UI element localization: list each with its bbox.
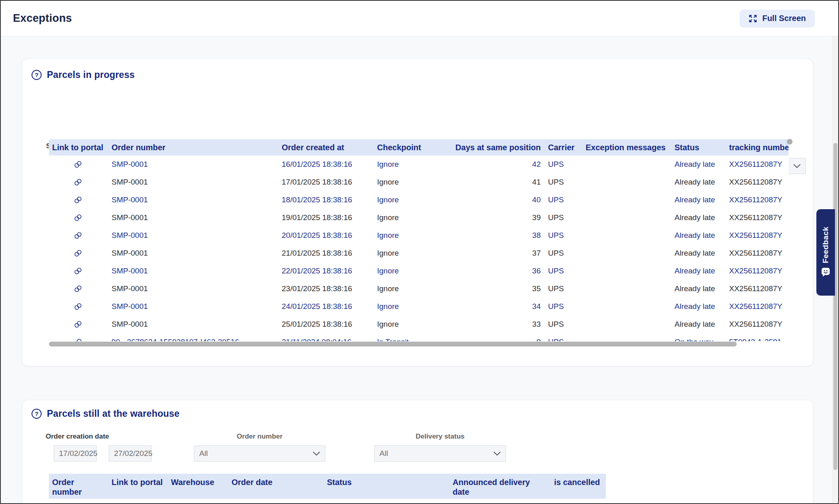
vertical-scrollbar-thumb[interactable] — [787, 139, 793, 145]
col-is-cancelled: is cancelled — [551, 474, 606, 499]
table-row[interactable]: SMP-0001 18/01/2025 18:38:16 Ignore 40 U… — [49, 191, 788, 209]
order-created-at-cell: 23/01/2025 18:38:16 — [278, 280, 374, 298]
order-created-at-cell: 21/01/2025 18:38:16 — [278, 244, 374, 262]
chevron-down-icon — [493, 449, 501, 458]
checkpoint-cell: Ignore — [374, 209, 453, 227]
tracking-number-cell: XX256112087Y — [726, 280, 788, 298]
parcels-table-header: Link to portal Order number Order create… — [49, 139, 788, 155]
table-row[interactable]: 90 - 3678634-155938107-I463-30516 21/11/… — [49, 333, 788, 341]
days-at-same-position-cell: 36 — [453, 262, 543, 280]
link-icon[interactable] — [73, 302, 83, 311]
tracking-number-cell: XX256112087Y — [726, 262, 788, 280]
feedback-smiley-icon — [821, 267, 831, 278]
table-row[interactable]: SMP-0001 20/01/2025 18:38:16 Ignore 38 U… — [49, 227, 788, 244]
status-cell: Already late — [671, 155, 726, 173]
horizontal-scrollbar-thumb[interactable] — [49, 342, 737, 346]
status-cell: Already late — [671, 262, 726, 280]
col-order-number: Order number — [49, 474, 108, 499]
order-number-cell: SMP-0001 — [107, 280, 278, 298]
order-number-cell: SMP-0001 — [107, 209, 278, 227]
table-row[interactable]: SMP-0001 21/01/2025 18:38:16 Ignore 37 U… — [49, 244, 788, 262]
table-row[interactable]: SMP-0001 24/01/2025 18:38:16 Ignore 34 U… — [49, 298, 788, 315]
parcels-in-progress-panel: ? Parcels in progress Select min. time s… — [22, 59, 813, 366]
feedback-label: Feedback — [821, 227, 830, 263]
table-row[interactable]: SMP-0001 22/01/2025 18:38:16 Ignore 36 U… — [49, 262, 788, 280]
tracking-number-cell: XX256112087Y — [726, 173, 788, 191]
order-number-cell: SMP-0001 — [107, 298, 278, 315]
warehouse-table-header: Order number Link to portal Warehouse Or… — [49, 474, 606, 499]
parcels-table: Link to portal Order number Order create… — [49, 139, 788, 341]
col-order-date: Order date — [228, 474, 324, 499]
table-row[interactable]: SMP-0001 23/01/2025 18:38:16 Ignore 35 U… — [49, 280, 788, 298]
order-created-at-cell: 17/01/2025 18:38:16 — [278, 173, 374, 191]
link-icon[interactable] — [73, 195, 83, 205]
exception-messages-cell — [582, 262, 671, 280]
link-icon[interactable] — [73, 284, 83, 294]
checkpoint-cell: Ignore — [374, 155, 453, 173]
days-at-same-position-cell: 40 — [453, 191, 543, 209]
table-row[interactable]: SMP-0001 25/01/2025 18:38:16 Ignore 33 U… — [49, 315, 788, 333]
tracking-number-cell: XX256112087Y — [726, 298, 788, 315]
tracking-number-cell: 5T0943-1-2591 — [726, 333, 788, 341]
chevron-down-icon — [313, 449, 320, 458]
days-at-same-position-cell: 35 — [453, 280, 543, 298]
panel2-title: Parcels still at the warehouse — [47, 408, 179, 419]
carrier-cell: UPS — [543, 333, 582, 341]
link-icon[interactable] — [73, 177, 83, 187]
col-tracking-number: tracking number — [726, 139, 788, 155]
exception-messages-cell — [582, 280, 671, 298]
col-link-to-portal: Link to portal — [108, 474, 168, 499]
link-icon[interactable] — [73, 231, 83, 240]
days-at-same-position-cell: 37 — [453, 244, 543, 262]
checkpoint-cell: Ignore — [374, 227, 453, 244]
delivery-status-select[interactable]: All — [374, 445, 506, 462]
full-screen-button[interactable]: Full Screen — [740, 10, 815, 27]
page-scrollbar-thumb[interactable] — [833, 143, 837, 470]
order-number-cell: SMP-0001 — [107, 262, 278, 280]
days-at-same-position-cell: 38 — [453, 227, 543, 244]
status-cell: Already late — [671, 209, 726, 227]
link-icon[interactable] — [73, 160, 83, 169]
exception-messages-cell — [582, 209, 671, 227]
help-icon[interactable]: ? — [32, 70, 42, 80]
table-row[interactable]: SMP-0001 17/01/2025 18:38:16 Ignore 41 U… — [49, 173, 788, 191]
warehouse-date-to-input[interactable]: 27/02/2025 — [109, 445, 152, 462]
order-number-cell: 90 - 3678634-155938107-I463-30516 — [107, 333, 278, 341]
carrier-cell: UPS — [543, 191, 582, 209]
help-icon[interactable]: ? — [32, 409, 42, 419]
link-icon[interactable] — [73, 213, 83, 223]
exception-messages-cell — [582, 191, 671, 209]
col-order-number: Order number — [107, 139, 278, 155]
order-number-cell: SMP-0001 — [107, 244, 278, 262]
checkpoint-cell: Ignore — [374, 298, 453, 315]
carrier-cell: UPS — [543, 280, 582, 298]
warehouse-date-from-input[interactable]: 17/02/2025 — [54, 445, 97, 462]
days-at-same-position-cell: 34 — [453, 298, 543, 315]
tracking-number-cell: XX256112087Y — [726, 244, 788, 262]
checkpoint-cell: Ignore — [374, 191, 453, 209]
link-icon[interactable] — [73, 266, 83, 276]
top-bar: Exceptions Full Screen — [1, 1, 838, 36]
order-number-select[interactable]: All — [194, 445, 325, 462]
carrier-cell: UPS — [543, 262, 582, 280]
status-cell: Already late — [671, 173, 726, 191]
exception-messages-cell — [582, 227, 671, 244]
days-at-same-position-cell: 39 — [453, 209, 543, 227]
table-row[interactable]: SMP-0001 16/01/2025 18:38:16 Ignore 42 U… — [49, 155, 788, 173]
order-number-cell: SMP-0001 — [107, 173, 278, 191]
feedback-tab[interactable]: Feedback — [816, 209, 835, 296]
order-created-at-cell: 25/01/2025 18:38:16 — [278, 315, 374, 333]
tracking-number-cell: XX256112087Y — [726, 315, 788, 333]
link-icon[interactable] — [73, 248, 83, 258]
link-icon[interactable] — [73, 319, 83, 329]
checkpoint-cell: Ignore — [374, 262, 453, 280]
link-icon[interactable] — [73, 337, 83, 341]
table-row[interactable]: SMP-0001 19/01/2025 18:38:16 Ignore 39 U… — [49, 209, 788, 227]
order-number-cell: SMP-0001 — [107, 227, 278, 244]
carrier-cell: UPS — [543, 173, 582, 191]
order-creation-date-label: Order creation date — [46, 433, 143, 441]
parcels-warehouse-panel: ? Parcels still at the warehouse Order c… — [22, 400, 813, 504]
status-cell: On the way — [671, 333, 726, 341]
carrier-cell: UPS — [543, 227, 582, 244]
checkpoint-cell: Ignore — [374, 315, 453, 333]
